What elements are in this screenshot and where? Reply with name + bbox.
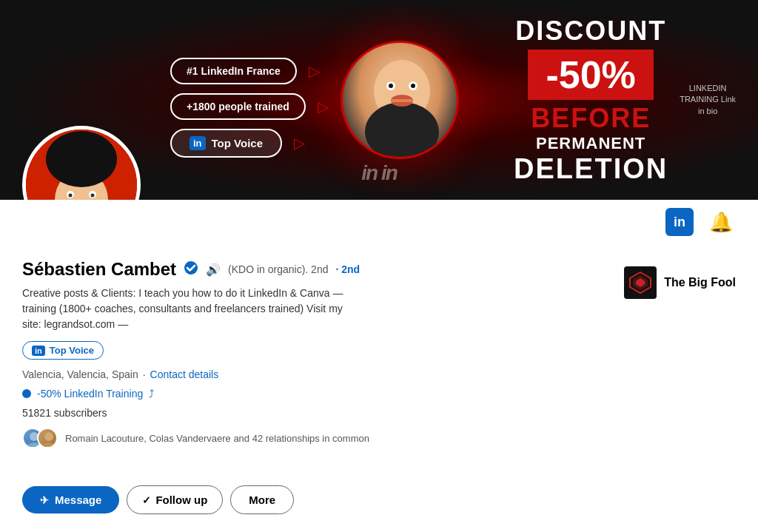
headline-text-1: Creative posts & Clients: I teach you ho… — [22, 287, 330, 299]
company-logo — [624, 266, 657, 299]
top-voice-badge: in Top Voice — [22, 341, 104, 360]
discount-title: DISCOUNT — [514, 16, 668, 47]
svg-point-19 — [184, 261, 198, 275]
message-button[interactable]: ✈ Message — [22, 486, 119, 514]
follow-label: Follow up — [155, 494, 207, 506]
action-row: ✈ Message ✓ Follow up More — [0, 478, 758, 532]
arrow-icon-2: ▷ — [318, 98, 329, 115]
discount-box: DISCOUNT -50% BEFORE PERMANENT DELETION — [514, 16, 668, 185]
arrow-icon-3: ▷ — [294, 134, 305, 152]
avatar-ring — [22, 126, 141, 200]
discount-deletion: DELETION — [514, 153, 668, 185]
mutual-avatar-2 — [37, 428, 58, 448]
mutual-avatars — [22, 428, 58, 448]
more-button[interactable]: More — [230, 485, 294, 514]
profile-info: The Big Fool Sébastien Cambet 🔊 (KDO in … — [0, 200, 758, 478]
location-row: Valencia, Valencia, Spain · Contact deta… — [22, 368, 736, 380]
avatar-section — [22, 126, 141, 200]
mutual-text: Romain Lacouture, Colas Vandervaere and … — [65, 433, 369, 444]
company-badge[interactable]: The Big Fool — [624, 266, 736, 299]
top-voice-label: Top Voice — [50, 345, 94, 356]
check-icon: ✓ — [142, 494, 151, 506]
badge-top-voice: in Top Voice — [170, 129, 282, 158]
banner: #1 LinkedIn France ▷ +1800 people traine… — [0, 0, 758, 200]
profile-name: Sébastien Cambet — [22, 259, 176, 280]
svg-point-10 — [46, 131, 117, 187]
arrow-icon: ▷ — [309, 62, 320, 80]
subscribers-count: 51821 subscribers — [22, 407, 736, 419]
mutual-connections-row: Romain Lacouture, Colas Vandervaere and … — [22, 428, 736, 448]
top-voice-in-icon: in — [32, 346, 45, 356]
svg-point-14 — [69, 194, 73, 198]
profile-card: #1 LinkedIn France ▷ +1800 people traine… — [0, 0, 758, 532]
headline-text-2: training (1800+ coaches, consultants and… — [22, 303, 343, 314]
more-label: More — [249, 494, 275, 506]
verified-icon — [184, 260, 198, 279]
sound-wave-icon: 🔊 — [206, 263, 221, 277]
connection-degree: · 2nd — [335, 263, 360, 275]
training-link[interactable]: -50% LinkedIn Training — [37, 388, 143, 400]
contact-details-link[interactable]: Contact details — [150, 368, 219, 380]
discount-percent: -50% — [528, 50, 653, 100]
headline-text-3: site: legrandsot.com — [22, 318, 115, 330]
banner-right: DISCOUNT -50% BEFORE PERMANENT DELETION … — [379, 0, 758, 200]
send-icon: ✈ — [40, 494, 49, 506]
avatar-person — [26, 129, 137, 200]
company-name: The Big Fool — [664, 276, 736, 289]
location-text: Valencia, Valencia, Spain — [22, 368, 138, 380]
linkedin-in-icon: in — [190, 136, 206, 150]
linkedin-training-text: LINKEDINTRAINING Linkin bio — [680, 83, 736, 117]
svg-point-22 — [44, 432, 53, 441]
svg-point-23 — [41, 442, 56, 448]
svg-point-15 — [91, 194, 95, 198]
profile-headline: Creative posts & Clients: I teach you ho… — [22, 286, 481, 332]
top-voice-text: Top Voice — [212, 137, 263, 149]
link-dot-icon — [22, 389, 31, 398]
name-meta: (KDO in organic). 2nd — [228, 263, 328, 275]
follow-up-button[interactable]: ✓ Follow up — [127, 485, 223, 514]
headline-dash-1: — — [332, 287, 343, 299]
message-label: Message — [55, 494, 101, 506]
badge-linkedin-france: #1 LinkedIn France — [170, 58, 297, 84]
discount-before: BEFORE — [514, 103, 668, 134]
external-link-icon[interactable]: ⤴ — [149, 388, 154, 400]
badge-people-trained: +1800 people trained — [170, 93, 306, 120]
discount-permanent: PERMANENT — [514, 134, 668, 153]
headline-dash-2: — — [118, 318, 128, 330]
link-row: -50% LinkedIn Training ⤴ — [22, 388, 736, 400]
